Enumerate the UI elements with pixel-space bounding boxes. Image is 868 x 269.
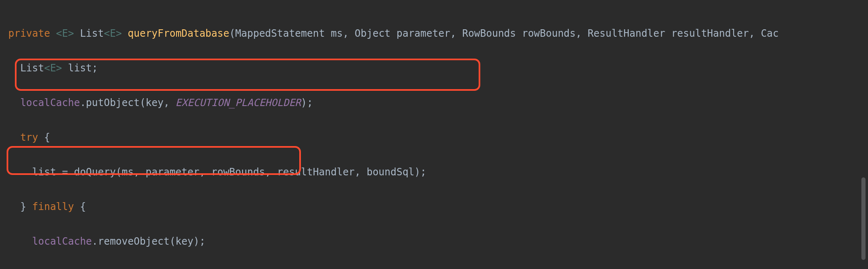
generic-bracket: < xyxy=(44,62,50,74)
code-line: List<E> list; xyxy=(8,59,779,77)
generic-bracket: > xyxy=(56,62,62,74)
code-line: try { xyxy=(8,129,779,146)
code-line: } finally { xyxy=(8,198,779,215)
keyword-private: private xyxy=(8,28,50,39)
scrollbar-thumb[interactable] xyxy=(861,177,866,260)
keyword-finally: finally xyxy=(32,201,74,212)
code-text: .putObject(key, xyxy=(80,97,175,109)
brace: } xyxy=(20,201,32,212)
code-line: list = doQuery(ms, parameter, rowBounds,… xyxy=(8,163,779,181)
code-text: .removeObject(key); xyxy=(92,236,205,247)
type-list: List xyxy=(20,62,44,74)
code-editor[interactable]: private <E> List<E> queryFromDatabase(Ma… xyxy=(8,7,779,269)
generic-param: E xyxy=(50,62,56,74)
keyword-try: try xyxy=(20,132,38,143)
brace: { xyxy=(74,201,86,212)
generic-param: E xyxy=(62,28,68,39)
type-list: List xyxy=(80,28,104,39)
code-line: } xyxy=(8,267,779,269)
generic-bracket: < xyxy=(56,28,62,39)
generic-param: E xyxy=(110,28,116,39)
method-name: queryFromDatabase xyxy=(128,28,229,39)
code-text: ); xyxy=(301,97,313,109)
generic-bracket: < xyxy=(104,28,110,39)
code-line: private <E> List<E> queryFromDatabase(Ma… xyxy=(8,25,779,42)
code-line: localCache.removeObject(key); xyxy=(8,233,779,250)
generic-bracket: > xyxy=(68,28,74,39)
brace: { xyxy=(38,132,50,143)
constant-placeholder: EXECUTION_PLACEHOLDER xyxy=(176,97,301,109)
code-line: localCache.putObject(key, EXECUTION_PLAC… xyxy=(8,94,779,111)
field-localcache: localCache xyxy=(20,97,80,109)
generic-bracket: > xyxy=(116,28,122,39)
code-text: list; xyxy=(62,62,98,74)
code-text: list = doQuery(ms, parameter, rowBounds,… xyxy=(32,166,427,178)
field-localcache: localCache xyxy=(32,236,92,247)
scrollbar-track[interactable] xyxy=(861,0,866,269)
params: (MappedStatement ms, Object parameter, R… xyxy=(229,28,779,39)
